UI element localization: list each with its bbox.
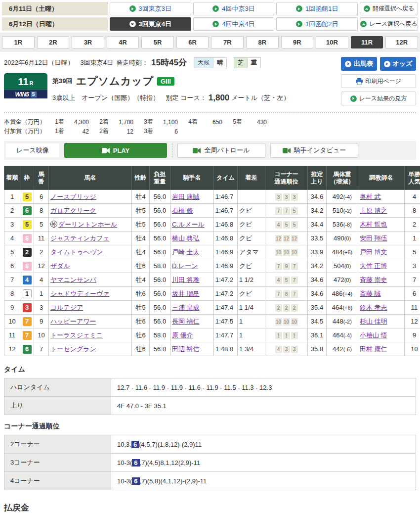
tab-9r[interactable]: 9R bbox=[281, 36, 314, 48]
trainer-link[interactable]: 田村 康仁 bbox=[360, 345, 387, 353]
time-section-title: タイム bbox=[4, 365, 416, 374]
jockey-link[interactable]: 石橋 脩 bbox=[172, 207, 193, 214]
horse-link[interactable]: ダーリントンホール bbox=[58, 221, 117, 228]
jockey-link[interactable]: C.ルメール bbox=[172, 221, 205, 228]
frame-badge: 1 bbox=[23, 289, 32, 298]
trainer-link[interactable]: 木村 哲也 bbox=[360, 221, 387, 228]
jockey-link[interactable]: 三浦 皇成 bbox=[172, 304, 200, 311]
horse-link[interactable]: タイムトゥヘヴン bbox=[50, 248, 103, 256]
tab-1r[interactable]: 1R bbox=[2, 36, 35, 48]
frame-badge: 5 bbox=[23, 220, 32, 229]
horse-link[interactable]: ノースブリッジ bbox=[50, 193, 96, 200]
tab-6r[interactable]: 6R bbox=[176, 36, 209, 48]
tab-5r[interactable]: 5R bbox=[141, 36, 174, 48]
tab-8r[interactable]: 8R bbox=[246, 36, 279, 48]
horse-link[interactable]: ザダル bbox=[50, 262, 70, 270]
meeting-link-tokyo-day3[interactable]: 3回東京3日 bbox=[110, 2, 191, 15]
horse-link[interactable]: ハッピーアワー bbox=[50, 318, 96, 325]
grade-badge: GIII bbox=[157, 77, 174, 86]
tab-3r[interactable]: 3R bbox=[72, 36, 104, 48]
race-number-badge: 11R bbox=[4, 73, 47, 90]
jockey-link[interactable]: 長岡 禎仁 bbox=[172, 318, 200, 325]
trainer-link[interactable]: 安田 翔伍 bbox=[360, 234, 387, 242]
tab-7r[interactable]: 7R bbox=[211, 36, 244, 48]
turf-condition-badge: 芝 重 bbox=[234, 57, 261, 68]
frame-badge: 7 bbox=[23, 331, 32, 340]
jockey-link[interactable]: 川田 将雅 bbox=[172, 276, 200, 283]
jockey-interview-button[interactable]: 騎手インタビュー bbox=[270, 143, 358, 158]
chevron-right-icon bbox=[345, 61, 351, 67]
jockey-link[interactable]: 坂井 瑠星 bbox=[172, 290, 200, 297]
frame-badge: 7 bbox=[23, 317, 32, 326]
result-row-8: 8 1 1 シャドウディーヴァ 牝6 56.0 坂井 瑠星 1:47.2 クビ … bbox=[4, 287, 420, 301]
payout-section: 払戻金 単勝 6 730円 4番人気 複勝 6 230円 4番人気 8 450円… bbox=[0, 490, 420, 513]
meeting-link-tokyo-day4-selected[interactable]: 3回東京4日 bbox=[110, 17, 191, 31]
course-distance: 1,800 bbox=[209, 93, 230, 103]
prize-money: 本賞金（万円） 1着4,300 2着1,700 3着1,100 4着650 5着… bbox=[0, 113, 420, 137]
race-video-label: レース映像 bbox=[6, 143, 59, 157]
winner-highlight: 6 bbox=[132, 477, 139, 485]
jockey-link[interactable]: 田辺 裕信 bbox=[172, 345, 200, 353]
chevron-right-icon bbox=[384, 61, 390, 67]
trainer-link[interactable]: 奥村 武 bbox=[360, 193, 381, 200]
chevron-down-icon bbox=[129, 21, 136, 27]
furlong-time-row: ハロンタイム 12.7 - 11.6 - 11.9 - 11.9 - 11.6 … bbox=[4, 378, 416, 397]
trainer-link[interactable]: 大竹 正博 bbox=[360, 262, 387, 270]
jockey-link[interactable]: 戸崎 圭太 bbox=[172, 248, 200, 256]
tab-2r[interactable]: 2R bbox=[37, 36, 70, 48]
jockey-link[interactable]: 原 優介 bbox=[172, 331, 193, 339]
patrol-video-button[interactable]: 全周パトロール bbox=[177, 143, 265, 158]
win5-badge: WIN55 bbox=[4, 90, 47, 98]
trainer-link[interactable]: 杉山 佳明 bbox=[360, 318, 387, 325]
trainer-link[interactable]: 斎藤 誠 bbox=[360, 290, 381, 297]
weather-badge: 天候 晴 bbox=[194, 57, 227, 68]
horse-link[interactable]: コルテジア bbox=[50, 304, 84, 311]
frame-badge: 6 bbox=[23, 345, 32, 354]
horse-link[interactable]: ジャスティンカフェ bbox=[50, 234, 110, 242]
meeting-link-hakodate-day2[interactable]: 1回函館2日 bbox=[276, 17, 358, 31]
trainer-link[interactable]: 小桧山 悟 bbox=[360, 331, 387, 339]
jockey-link[interactable]: 岩田 康誠 bbox=[172, 193, 200, 200]
back-to-race-select-button[interactable]: レース選択へ戻る bbox=[360, 17, 418, 31]
play-video-button[interactable]: PLAY bbox=[64, 143, 167, 158]
horse-link[interactable]: シャドウディーヴァ bbox=[50, 290, 109, 297]
chevron-right-icon bbox=[296, 5, 302, 12]
results-guide-button[interactable]: レース結果の見方 bbox=[341, 92, 416, 105]
extra-prize-row: 付加賞（万円） 1着42 2着12 3着6 bbox=[4, 127, 272, 136]
odds-button[interactable]: オッズ bbox=[380, 57, 416, 71]
race-number-block: 11R WIN55 bbox=[4, 73, 47, 103]
main-prize-row: 本賞金（万円） 1着4,300 2着1,700 3着1,100 4着650 5着… bbox=[4, 117, 272, 127]
horse-link[interactable]: トーラスジェミニ bbox=[50, 331, 103, 339]
result-row-1: 1 5 6 ノースブリッジ 牡4 56.0 岩田 康誠 1:46.7 333 3… bbox=[4, 190, 420, 204]
jockey-link[interactable]: D.レーン bbox=[172, 262, 198, 270]
race-results-table: 着順枠馬 番 馬名性齢負担 重量 騎手名タイム着差 コーナー 通過順位推定 上り… bbox=[4, 166, 420, 356]
chevron-right-icon bbox=[129, 5, 136, 12]
horse-link[interactable]: ヤマニンサンパ bbox=[50, 276, 96, 283]
trainer-link[interactable]: 戸田 博文 bbox=[360, 248, 387, 256]
meeting-link-chukyo-day4[interactable]: 4回中京4日 bbox=[193, 17, 275, 31]
tab-4r[interactable]: 4R bbox=[107, 36, 139, 48]
trainer-link[interactable]: 鈴木 孝志 bbox=[360, 304, 387, 311]
tab-11r-selected[interactable]: 11R bbox=[351, 36, 383, 48]
divider bbox=[172, 143, 172, 157]
corner-4-row: 4コーナー 10-3(6,7)(5,8)(4,1,12)-(2,9)-11 bbox=[4, 472, 416, 490]
course-unit: メートル（芝・左） bbox=[231, 93, 290, 102]
entry-table-button[interactable]: 出馬表 bbox=[341, 57, 377, 71]
tab-10r[interactable]: 10R bbox=[316, 36, 348, 48]
horse-link[interactable]: トーセングラン bbox=[50, 345, 96, 353]
print-page-button[interactable]: 印刷用ページ bbox=[341, 74, 416, 88]
date-label-sat: 6月11日（土曜） bbox=[2, 2, 108, 15]
meeting-link-chukyo-day3[interactable]: 4回中京3日 bbox=[193, 2, 275, 15]
result-row-11: 11 7 10 トーラスジェミニ 牡6 58.0 原 優介 1:47.7 1 1… bbox=[4, 328, 420, 342]
race-video-bar: レース映像 PLAY 全周パトロール 騎手インタビュー bbox=[4, 141, 416, 160]
result-row-3: 3 5 5 外ダーリントンホール 牡5 56.0 C.ルメール 1:46.8 ク… bbox=[4, 218, 420, 232]
back-to-meeting-select-button[interactable]: 開催選択へ戻る bbox=[360, 2, 418, 15]
meeting-link-hakodate-day1[interactable]: 1回函館1日 bbox=[276, 2, 358, 15]
tab-12r[interactable]: 12R bbox=[385, 36, 418, 48]
result-row-9: 9 3 3 コルテジア 牡5 56.0 三浦 皇成 1:47.4 1 1/4 2… bbox=[4, 301, 420, 315]
horse-link[interactable]: ガロアクリーク bbox=[50, 207, 96, 214]
race-number-tabs: 1R 2R 3R 4R 5R 6R 7R 8R 9R 10R 11R 12R bbox=[0, 33, 420, 52]
jockey-link[interactable]: 横山 典弘 bbox=[172, 234, 200, 242]
trainer-link[interactable]: 上原 博之 bbox=[360, 207, 387, 214]
trainer-link[interactable]: 斉藤 崇史 bbox=[360, 276, 387, 283]
